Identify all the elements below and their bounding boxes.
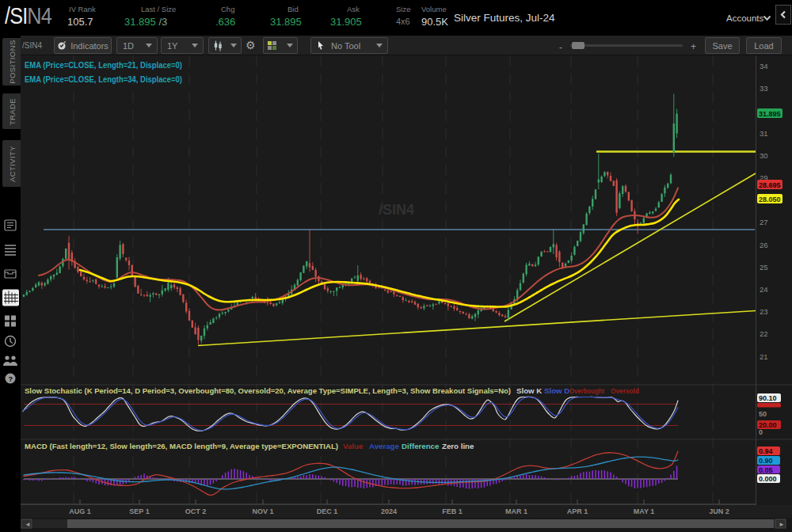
svg-text:2024: 2024 <box>381 507 397 515</box>
svg-text:DEC 1: DEC 1 <box>317 507 338 515</box>
svg-text:33: 33 <box>760 84 768 93</box>
svg-text:EMA (Price=CLOSE, Length=21, D: EMA (Price=CLOSE, Length=21, Displace=0) <box>25 60 182 70</box>
svg-text:0.000: 0.000 <box>759 475 777 483</box>
svg-text:27: 27 <box>760 218 768 226</box>
svg-text:FEB 1: FEB 1 <box>442 507 463 515</box>
svg-text:MAY 1: MAY 1 <box>634 507 655 515</box>
svg-text:0: 0 <box>759 428 763 436</box>
svg-text:Average: Average <box>369 442 399 450</box>
svg-text:31.895: 31.895 <box>759 110 781 118</box>
svg-text:90.10: 90.10 <box>759 394 777 402</box>
svg-text:Difference: Difference <box>402 442 440 450</box>
svg-text:23: 23 <box>760 307 768 316</box>
svg-text:AUG 1: AUG 1 <box>69 507 91 515</box>
svg-text:24: 24 <box>760 285 768 294</box>
svg-text:0.94: 0.94 <box>759 447 773 455</box>
svg-text:31: 31 <box>760 129 768 138</box>
svg-text:26: 26 <box>760 241 768 249</box>
svg-text:APR 1: APR 1 <box>567 507 588 515</box>
svg-text:28.695: 28.695 <box>759 181 781 189</box>
svg-text:Zero line: Zero line <box>442 442 474 450</box>
svg-text:Slow Stochastic (K Period=14,: Slow Stochastic (K Period=14, D Period=3… <box>25 386 511 395</box>
svg-text:MAR 1: MAR 1 <box>505 507 527 515</box>
svg-text:OCT 2: OCT 2 <box>185 507 207 515</box>
svg-text:34: 34 <box>760 62 768 70</box>
svg-text:SEP 1: SEP 1 <box>129 507 149 515</box>
svg-text:21: 21 <box>760 352 768 361</box>
svg-text:Oversold: Oversold <box>611 386 639 395</box>
svg-text:0.90: 0.90 <box>759 457 773 465</box>
svg-text:?: ? <box>9 375 13 383</box>
svg-text:Value: Value <box>343 442 364 450</box>
svg-text:Slow K: Slow K <box>516 386 542 395</box>
svg-text:0.05: 0.05 <box>759 466 773 474</box>
svg-text:Slow D: Slow D <box>544 386 569 395</box>
svg-text:◄: ◄ <box>25 521 31 528</box>
svg-text:JUN 2: JUN 2 <box>709 507 729 515</box>
svg-text:►: ► <box>779 521 785 528</box>
svg-text:25: 25 <box>760 263 768 272</box>
svg-text:50: 50 <box>759 410 767 418</box>
svg-text:/SIN4: /SIN4 <box>379 202 414 218</box>
svg-text:NOV 1: NOV 1 <box>252 507 273 515</box>
svg-text:MACD (Fast length=12, Slow len: MACD (Fast length=12, Slow length=26, MA… <box>25 442 338 450</box>
svg-text:Overbought: Overbought <box>569 386 605 395</box>
svg-text:EMA (Price=CLOSE, Length=34, D: EMA (Price=CLOSE, Length=34, Displace=0) <box>25 74 182 84</box>
svg-text:22: 22 <box>760 329 768 338</box>
svg-text:30: 30 <box>760 151 768 160</box>
svg-text:28.050: 28.050 <box>759 196 781 203</box>
